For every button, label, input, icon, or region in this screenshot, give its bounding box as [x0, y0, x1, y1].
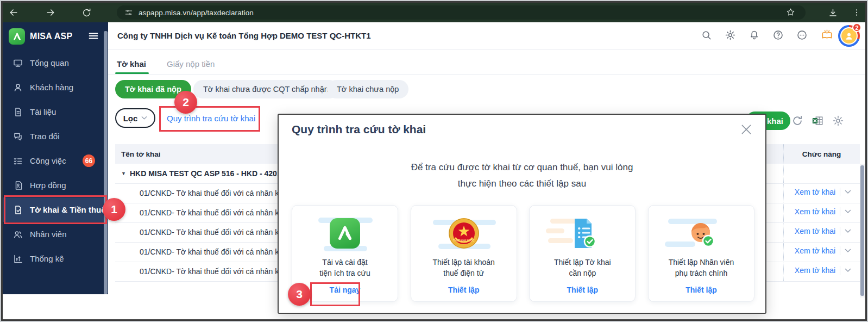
address-bar[interactable]: aspapp.misa.vn/app/taxdeclaration	[117, 5, 806, 20]
declaration-name: 01/CNKD- Tờ khai thuế đối với cá nhân ki…	[140, 228, 291, 237]
sidebar-item-label: Tờ khai & Tiền thuế	[30, 205, 106, 214]
settings-gear-icon[interactable]	[725, 29, 736, 43]
setup-staff-link[interactable]: Thiết lập	[649, 286, 754, 294]
notifications-bell-icon[interactable]	[749, 29, 760, 43]
more-options-icon[interactable]	[796, 29, 808, 43]
sidebar-item-tong-quan[interactable]: Tổng quan	[3, 51, 108, 75]
view-declaration-link[interactable]: Xem tờ khai	[795, 227, 835, 236]
screenshot-frame: aspapp.misa.vn/app/taxdeclaration Công t…	[0, 0, 868, 322]
card-label-line2: thuế điện tử	[411, 268, 517, 278]
browser-window: aspapp.misa.vn/app/taxdeclaration Công t…	[1, 1, 867, 321]
bookmark-star-icon[interactable]	[785, 7, 796, 17]
chip-to-khai-chua-nop[interactable]: Tờ khai chưa nộp	[327, 80, 408, 98]
card-label-line1: Thiết lập Tờ khai	[530, 257, 635, 268]
modal-description-line1: Để tra cứu được tờ khai từ cơ quan thuế,…	[279, 159, 765, 176]
chevron-down-icon[interactable]	[845, 209, 851, 214]
tab-to-khai[interactable]: Tờ khai	[117, 59, 146, 69]
tasks-icon	[12, 156, 23, 166]
chevron-down-icon[interactable]	[845, 268, 851, 273]
table-scrollbar-thumb[interactable]	[860, 165, 864, 296]
svg-text:THUẾ NHÀ NƯỚC: THUẾ NHÀ NƯỚC	[453, 238, 475, 242]
card-label-line2: phụ trách chính	[649, 268, 754, 278]
staff-icon	[12, 229, 23, 240]
group-row-label: HKD MISA TEST QC ASP 516 - HKD - 4201526	[130, 169, 294, 178]
view-declaration-link[interactable]: Xem tờ khai	[795, 266, 835, 275]
view-declaration-link[interactable]: Xem tờ khai	[795, 207, 835, 216]
reload-button[interactable]	[76, 8, 97, 18]
declaration-checklist-icon	[530, 215, 635, 251]
card-label-line1: Tải và cài đặt	[292, 257, 398, 268]
sidebar-item-label: Trao đổi	[30, 132, 59, 141]
declaration-file-icon	[12, 205, 23, 215]
sidebar-item-to-khai-tien-thue[interactable]: Tờ khai & Tiền thuế	[3, 197, 108, 222]
forward-button[interactable]	[40, 7, 61, 18]
row-actions: Xem tờ khai	[785, 246, 861, 255]
search-icon[interactable]	[701, 29, 712, 43]
chevron-down-icon	[141, 116, 147, 120]
staff-person-icon	[649, 215, 754, 251]
download-icon[interactable]	[828, 8, 838, 18]
lookup-process-link[interactable]: Quy trình tra cứu tờ khai	[167, 114, 255, 123]
table-settings-gear-icon[interactable]	[832, 115, 844, 129]
chevron-down-icon[interactable]	[845, 190, 851, 194]
site-settings-icon[interactable]	[124, 8, 133, 17]
declaration-name: 01/CNKD- Tờ khai thuế đối với cá nhân ki…	[140, 247, 291, 256]
back-button[interactable]	[3, 7, 24, 18]
tasks-count-badge: 66	[83, 154, 95, 167]
view-declaration-link[interactable]: Xem tờ khai	[795, 246, 835, 255]
sidebar-item-trao-doi[interactable]: Trao đổi	[3, 124, 108, 148]
chip-to-khai-chua-duoc-cqt[interactable]: Tờ khai chưa được CQT chấp nhận	[193, 80, 338, 98]
row-actions: Xem tờ khai	[785, 207, 861, 216]
user-avatar[interactable]: 2	[838, 25, 860, 47]
sidebar-toggle-icon[interactable]	[87, 30, 99, 44]
lookup-process-modal: Quy trình tra cứu tờ khai Để tra cứu đượ…	[278, 114, 766, 314]
collapse-caret-icon[interactable]: ▼	[121, 171, 126, 176]
chip-to-khai-da-nop[interactable]: Tờ khai đã nộp	[115, 80, 191, 98]
browser-toolbar: aspapp.misa.vn/app/taxdeclaration	[3, 3, 865, 22]
modal-description-line2: thực hiện theo các thiết lập sau	[279, 176, 765, 192]
contract-icon	[12, 180, 23, 191]
tips-book-icon[interactable]	[820, 29, 834, 44]
export-excel-icon[interactable]	[812, 115, 824, 129]
setup-etax-link[interactable]: Thiết lập	[411, 286, 517, 294]
download-now-link[interactable]: Tải ngay	[292, 286, 398, 294]
declaration-name: 01/CNKD- Tờ khai thuế đối với cá nhân ki…	[140, 208, 291, 217]
modal-title: Quy trình tra cứu tờ khai	[292, 123, 426, 136]
app-header: Công ty TNHH Dịch vụ Kế toán Tổng Hợp DE…	[108, 22, 865, 49]
card-label: Thiết lập Nhân viên phụ trách chính	[649, 257, 754, 278]
card-etax-account: THUẾ NHÀ NƯỚC Thiết lập tài khoản thuế đ…	[411, 205, 517, 302]
action-separator	[840, 246, 840, 255]
sidebar-scrollbar[interactable]	[104, 31, 108, 294]
declaration-name: 01/CNKD- Tờ khai thuế đối với cá nhân ki…	[140, 189, 291, 197]
help-icon[interactable]	[772, 29, 784, 43]
card-label-line1: Thiết lập tài khoản	[411, 257, 517, 268]
sidebar-item-label: Công việc	[30, 156, 66, 165]
sidebar-item-cong-viec[interactable]: Công việc 66	[3, 148, 108, 173]
tabs-divider	[108, 74, 865, 75]
card-label-line2: tiện ích tra cứu	[292, 268, 398, 278]
sidebar-item-khach-hang[interactable]: Khách hàng	[3, 75, 108, 100]
chevron-down-icon[interactable]	[845, 249, 851, 253]
view-declaration-link[interactable]: Xem tờ khai	[795, 188, 835, 196]
sidebar-item-tai-lieu[interactable]: Tài liệu	[3, 100, 108, 124]
sidebar-item-hop-dong[interactable]: Hợp đồng	[3, 173, 108, 197]
card-label-line2: cần nộp	[530, 268, 635, 278]
setup-declarations-link[interactable]: Thiết lập	[530, 286, 635, 294]
stats-icon	[12, 253, 23, 264]
misa-logo-icon[interactable]	[9, 28, 25, 45]
avatar-notification-badge: 2	[852, 23, 861, 32]
column-header-name: Tên tờ khai	[121, 150, 161, 158]
customer-icon	[12, 82, 23, 93]
tab-giay-nop-tien[interactable]: Giấy nộp tiền	[167, 59, 215, 69]
sidebar-item-nhan-vien[interactable]: Nhân viên	[3, 222, 108, 246]
chevron-down-icon[interactable]	[845, 229, 851, 233]
sidebar-item-label: Khách hàng	[30, 83, 73, 92]
modal-description: Để tra cứu được tờ khai từ cơ quan thuế,…	[279, 159, 765, 192]
browser-menu-icon[interactable]	[852, 8, 861, 17]
filter-button[interactable]: Lọc	[115, 108, 155, 128]
url-text: aspapp.misa.vn/app/taxdeclaration	[139, 9, 254, 17]
refresh-icon[interactable]	[791, 115, 803, 129]
action-separator	[840, 188, 840, 196]
sidebar-item-thong-ke[interactable]: Thống kê	[3, 246, 108, 271]
close-icon[interactable]	[739, 122, 753, 139]
